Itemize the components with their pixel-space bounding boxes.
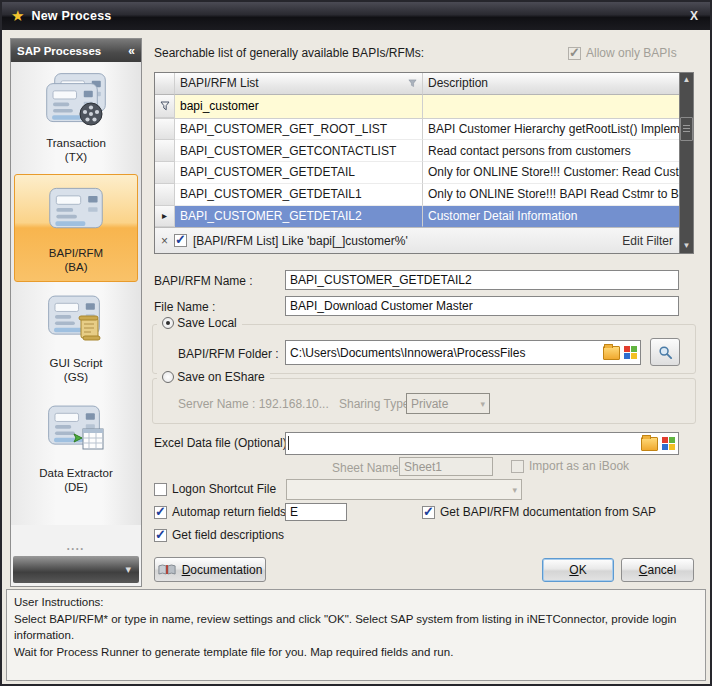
filter-row-selector bbox=[155, 95, 175, 118]
sheet-name-input bbox=[399, 457, 493, 476]
sidebar-overflow-bar[interactable]: ▾ bbox=[13, 556, 139, 583]
data-extractor-icon bbox=[43, 402, 109, 462]
filter-expression: [BAPI/RFM List] Like 'bapi[_]customer%' bbox=[193, 234, 408, 248]
scroll-up-icon[interactable]: ▲ bbox=[683, 73, 691, 87]
allow-only-bapis-checkbox[interactable]: Allow only BAPIs bbox=[568, 46, 677, 60]
bapi-folder-label: BAPI/RFM Folder : bbox=[178, 347, 279, 361]
table-row[interactable]: BAPI_CUSTOMER_GETDETAIL Only for ONLINE … bbox=[155, 162, 679, 184]
gui-script-icon bbox=[43, 292, 109, 352]
ok-button[interactable]: OK bbox=[542, 558, 614, 582]
bapi-folder-input[interactable]: C:\Users\Documents\Innowera\ProcessFiles bbox=[285, 340, 641, 365]
sidebar-title: SAP Processes bbox=[17, 45, 101, 57]
checkbox-icon bbox=[154, 529, 167, 542]
checkbox-icon bbox=[511, 460, 524, 473]
book-icon bbox=[158, 563, 176, 576]
sharing-type-select[interactable]: Private ▾ bbox=[406, 393, 490, 414]
logon-shortcut-checkbox[interactable]: Logon Shortcut File bbox=[154, 482, 276, 496]
folder-browse-icon[interactable] bbox=[603, 346, 620, 360]
folder-search-button[interactable] bbox=[650, 338, 680, 366]
sidebar-item-bapi-rfm[interactable]: BAPI/RFM(BA) bbox=[14, 174, 138, 282]
save-local-radio[interactable]: Save Local bbox=[157, 316, 242, 330]
text-caret bbox=[288, 436, 289, 450]
column-filter-icon[interactable] bbox=[408, 79, 417, 88]
sidebar-item-label: Data Extractor(DE) bbox=[39, 466, 113, 495]
excel-file-input[interactable] bbox=[285, 432, 679, 455]
checkbox-icon bbox=[154, 483, 167, 496]
automap-value-input[interactable] bbox=[285, 503, 347, 521]
checkbox-icon bbox=[568, 47, 581, 60]
table-row[interactable]: BAPI_CUSTOMER_GETDETAIL1 Only to ONLINE … bbox=[155, 184, 679, 206]
filter-enabled-checkbox[interactable] bbox=[174, 234, 187, 247]
table-row[interactable]: BAPI_CUSTOMER_GETCONTACTLIST Read contac… bbox=[155, 140, 679, 162]
filter-desc-cell[interactable] bbox=[423, 95, 679, 118]
explorer-browse-icon[interactable] bbox=[662, 437, 675, 450]
cancel-button[interactable]: Cancel bbox=[621, 558, 694, 582]
get-field-descriptions-checkbox[interactable]: Get field descriptions bbox=[154, 528, 284, 542]
table-header-row: BAPI/RFM List Description bbox=[155, 73, 679, 95]
checkbox-icon bbox=[422, 506, 435, 519]
searchable-list-label: Searchable list of generally available B… bbox=[154, 46, 424, 60]
dropdown-arrow-icon: ▾ bbox=[480, 399, 485, 409]
title-bar[interactable]: ★ New Process X bbox=[2, 2, 710, 30]
radio-icon bbox=[162, 317, 174, 329]
explorer-browse-icon[interactable] bbox=[624, 346, 637, 359]
filter-row[interactable]: bapi_customer bbox=[155, 95, 679, 119]
sidebar-item-transaction[interactable]: Transaction(TX) bbox=[14, 64, 138, 172]
bapi-name-label: BAPI/RFM Name : bbox=[154, 274, 253, 288]
bapi-rfm-icon bbox=[43, 182, 109, 242]
file-name-label: File Name : bbox=[154, 300, 215, 314]
bapi-rfm-table: BAPI/RFM List Description bapi_customer bbox=[154, 72, 694, 254]
checkbox-icon bbox=[154, 506, 167, 519]
user-instructions-panel: User Instructions: Select BAPI/RFM* or t… bbox=[6, 589, 706, 681]
clear-filter-icon[interactable]: × bbox=[161, 234, 168, 248]
app-star-icon: ★ bbox=[11, 7, 24, 25]
table-row-selected[interactable]: ▸ BAPI_CUSTOMER_GETDETAIL2 Customer Deta… bbox=[155, 206, 679, 228]
sidebar-item-gui-script[interactable]: GUI Script(GS) bbox=[14, 284, 138, 392]
table-scrollbar[interactable]: ▲ ▼ bbox=[679, 73, 693, 253]
sidebar-header: SAP Processes « bbox=[11, 39, 141, 62]
chevron-down-icon[interactable]: ▾ bbox=[125, 563, 131, 576]
automap-checkbox[interactable]: Automap return fields bbox=[154, 505, 286, 519]
collapse-icon[interactable]: « bbox=[128, 44, 135, 58]
transaction-icon bbox=[43, 72, 109, 132]
sidebar-splitter[interactable]: •••• bbox=[11, 545, 141, 553]
header-selector-cell bbox=[155, 73, 175, 95]
instructions-line: Wait for Process Runner to generate temp… bbox=[14, 644, 698, 661]
server-name-label: Server Name : 192.168.10... bbox=[178, 397, 329, 411]
column-header-description[interactable]: Description bbox=[423, 73, 679, 95]
bapi-name-input[interactable] bbox=[285, 270, 679, 290]
window-title: New Process bbox=[31, 9, 111, 23]
sharing-type-label: Sharing Type : bbox=[339, 397, 416, 411]
scrollbar-thumb[interactable] bbox=[680, 117, 693, 141]
new-process-dialog: ★ New Process X SAP Processes « bbox=[0, 0, 712, 686]
instructions-line: Select BAPI/RFM* or type in name, review… bbox=[14, 611, 698, 644]
close-icon[interactable]: X bbox=[690, 9, 698, 23]
sheet-name-label: Sheet Name : bbox=[332, 461, 405, 475]
instructions-title: User Instructions: bbox=[14, 594, 698, 611]
sidebar-item-label: GUI Script(GS) bbox=[49, 356, 102, 385]
table-row[interactable]: BAPI_CUSTOMER_GET_ROOT_LIST BAPI Custome… bbox=[155, 119, 679, 141]
column-header-bapi-list[interactable]: BAPI/RFM List bbox=[175, 73, 423, 95]
logon-shortcut-select: ▾ bbox=[286, 479, 522, 500]
file-name-input[interactable] bbox=[285, 296, 679, 316]
import-ibook-checkbox: Import as an iBook bbox=[511, 459, 629, 473]
documentation-button[interactable]: Documentation bbox=[154, 557, 266, 582]
row-pointer-icon: ▸ bbox=[155, 206, 175, 228]
filter-footer: × [BAPI/RFM List] Like 'bapi[_]customer%… bbox=[155, 227, 679, 253]
sidebar-item-label: Transaction(TX) bbox=[46, 136, 106, 165]
sap-processes-sidebar: SAP Processes « Transactio bbox=[10, 38, 142, 587]
dropdown-arrow-icon: ▾ bbox=[512, 485, 517, 495]
folder-browse-icon[interactable] bbox=[641, 437, 658, 451]
funnel-icon bbox=[160, 101, 170, 111]
excel-file-label: Excel Data file (Optional) : bbox=[154, 436, 293, 450]
sidebar-item-label: BAPI/RFM(BA) bbox=[49, 246, 103, 275]
sidebar-item-data-extractor[interactable]: Data Extractor(DE) bbox=[14, 394, 138, 502]
edit-filter-link[interactable]: Edit Filter bbox=[622, 234, 673, 248]
radio-icon bbox=[162, 371, 174, 383]
save-eshare-radio[interactable]: Save on EShare bbox=[157, 370, 270, 384]
filter-input-cell[interactable]: bapi_customer bbox=[175, 95, 423, 118]
search-icon bbox=[658, 345, 673, 360]
scroll-down-icon[interactable]: ▼ bbox=[683, 239, 691, 253]
get-documentation-checkbox[interactable]: Get BAPI/RFM documentation from SAP bbox=[422, 505, 656, 519]
allow-only-bapis-label: Allow only BAPIs bbox=[586, 46, 677, 60]
